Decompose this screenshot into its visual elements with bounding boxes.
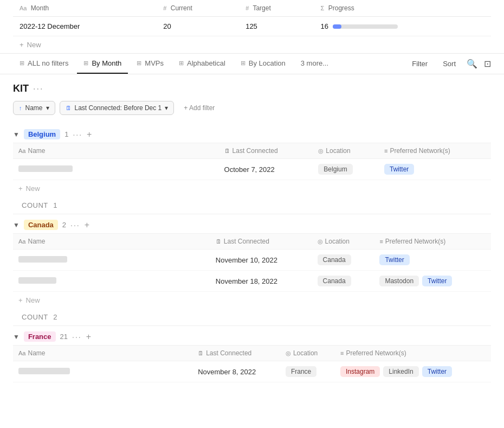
search-icon[interactable]: 🔍 (467, 59, 477, 69)
belgium-last-connected-col: 🗓Last Connected (219, 143, 313, 159)
canada-count-label: COUNT (22, 313, 48, 321)
plus-icon-canada: + (18, 296, 23, 304)
group-belgium-count: 1 (64, 130, 68, 138)
canada-row2-name (13, 271, 210, 292)
group-canada-count: 2 (62, 221, 66, 229)
last-connected-chip[interactable]: 🗓 Last Connected: Before Dec 1 ▾ (60, 101, 175, 115)
main-content: KIT ··· ↑ Name ▾ 🗓 Last Connected: Befor… (0, 74, 504, 382)
hash-icon-target: # (245, 5, 249, 11)
tab-more[interactable]: 3 more... (294, 54, 335, 74)
table-row: October 7, 2022 Belgium Twitter (13, 159, 491, 180)
group-canada-toggle[interactable]: ▼ (13, 221, 20, 229)
canada-location-col: ◎Location (312, 234, 374, 250)
belgium-count-label: COUNT (22, 201, 48, 209)
canada-name-col: AaName (13, 234, 210, 250)
network-badge-twitter-f1: Twitter (422, 366, 452, 377)
table-row: November 8, 2022 France Instagram Linked… (13, 361, 491, 382)
name-sort-chip[interactable]: ↑ Name ▾ (13, 101, 55, 115)
canada-new-button[interactable]: + New (13, 292, 491, 309)
belgium-row1-location: Belgium (313, 159, 379, 180)
tab-by-location-icon: ⊞ (241, 60, 245, 67)
table-row: November 10, 2022 Canada Twitter (13, 250, 491, 271)
name-sort-label: Name (25, 104, 43, 112)
canada-row2-location: Canada (312, 271, 374, 292)
group-belgium-name: Belgium (24, 129, 60, 139)
group-canada-name: Canada (24, 220, 58, 230)
month-cell: 2022-12 December (13, 17, 157, 36)
france-name-col: AaName (13, 346, 192, 361)
summary-new-button[interactable]: + New (13, 36, 491, 53)
layout-icon[interactable]: ⊡ (484, 59, 491, 69)
group-belgium-dots[interactable]: ··· (73, 130, 82, 139)
france-location-col: ◎Location (280, 346, 335, 361)
network-tags-canada-row2: Mastodon Twitter (379, 276, 486, 286)
summary-table: Aa Month # Current # Target Σ Progress (13, 0, 491, 36)
progress-bar-bg (333, 24, 398, 29)
tab-alphabetical-icon: ⊞ (179, 60, 184, 67)
sort-button[interactable]: Sort (438, 58, 460, 70)
belgium-count-value: 1 (53, 201, 57, 209)
france-table: AaName 🗓Last Connected ◎Location ≡Prefer… (13, 345, 491, 382)
blurred-name-2 (18, 256, 67, 263)
tab-by-month[interactable]: ⊞ By Month (77, 54, 128, 74)
france-row1-name (13, 361, 192, 382)
target-cell: 125 (239, 17, 314, 36)
group-canada-plus[interactable]: + (85, 220, 89, 230)
group-belgium: ▼ Belgium 1 ··· + AaName 🗓Last Connected… (13, 124, 491, 214)
tab-by-location[interactable]: ⊞ By Location (234, 54, 292, 74)
canada-row1-name (13, 250, 210, 271)
group-france-name: France (24, 331, 56, 342)
belgium-location-col: ◎Location (313, 143, 379, 159)
france-col-headers: AaName 🗓Last Connected ◎Location ≡Prefer… (13, 346, 491, 361)
belgium-row1-date: October 7, 2022 (219, 159, 313, 180)
hash-icon-current: # (163, 5, 166, 11)
group-canada-dots[interactable]: ··· (70, 221, 80, 229)
sigma-icon: Σ (321, 5, 325, 11)
plus-icon-summary: + (20, 41, 24, 49)
current-cell: 20 (157, 17, 239, 36)
belgium-networks-col: ≡Preferred Network(s) (379, 143, 491, 159)
tab-all[interactable]: ⊞ ALL no filters (13, 54, 75, 74)
group-france-header: ▼ France 21 ··· + (13, 326, 491, 345)
group-belgium-plus[interactable]: + (87, 130, 92, 139)
canada-row1-date: November 10, 2022 (210, 250, 312, 271)
group-canada: ▼ Canada 2 ··· + AaName 🗓Last Connected … (13, 214, 491, 325)
kit-menu-dots[interactable]: ··· (33, 84, 43, 94)
belgium-name-col: AaName (13, 143, 219, 159)
belgium-row1-name (13, 159, 219, 180)
add-filter-button[interactable]: + Add filter (178, 101, 220, 114)
france-row1-date: November 8, 2022 (192, 361, 280, 382)
canada-last-connected-col: 🗓Last Connected (210, 234, 312, 250)
group-france-plus[interactable]: + (86, 332, 91, 342)
current-col-header: # Current (157, 0, 239, 17)
canada-count-row: COUNT 2 (13, 309, 491, 325)
canada-row2-networks: Mastodon Twitter (374, 271, 491, 292)
filter-row: ↑ Name ▾ 🗓 Last Connected: Before Dec 1 … (13, 101, 491, 124)
group-france: ▼ France 21 ··· + AaName 🗓Last Connected… (13, 326, 491, 382)
last-connected-label: Last Connected: Before Dec 1 (75, 104, 162, 112)
blurred-name-3 (18, 277, 56, 284)
group-belgium-header: ▼ Belgium 1 ··· + (13, 124, 491, 143)
progress-bar-fill (333, 24, 341, 29)
progress-cell: 16 (314, 17, 491, 36)
group-belgium-toggle[interactable]: ▼ (13, 131, 20, 138)
name-sort-arrow: ▾ (46, 104, 49, 112)
tab-alphabetical[interactable]: ⊞ Alphabetical (172, 54, 232, 74)
location-badge-canada1: Canada (318, 254, 351, 265)
group-france-dots[interactable]: ··· (72, 333, 82, 341)
network-badge-twitter-c2: Twitter (422, 276, 452, 286)
france-row1-location: France (280, 361, 335, 382)
belgium-col-headers: AaName 🗓Last Connected ◎Location ≡Prefer… (13, 143, 491, 159)
belgium-count-row: COUNT 1 (13, 197, 491, 214)
progress-container: 16 (321, 22, 484, 30)
france-row1-networks: Instagram LinkedIn Twitter (335, 361, 491, 382)
group-canada-header: ▼ Canada 2 ··· + (13, 214, 491, 233)
kit-header: KIT ··· (13, 74, 491, 101)
summary-row: 2022-12 December 20 125 16 (13, 17, 491, 36)
tab-mvps[interactable]: ⊞ MVPs (130, 54, 170, 74)
filter-button[interactable]: Filter (408, 58, 432, 70)
network-badge-twitter: Twitter (384, 164, 414, 175)
group-france-toggle[interactable]: ▼ (13, 333, 20, 341)
belgium-new-button[interactable]: + New (13, 180, 491, 197)
france-last-connected-col: 🗓Last Connected (192, 346, 280, 361)
